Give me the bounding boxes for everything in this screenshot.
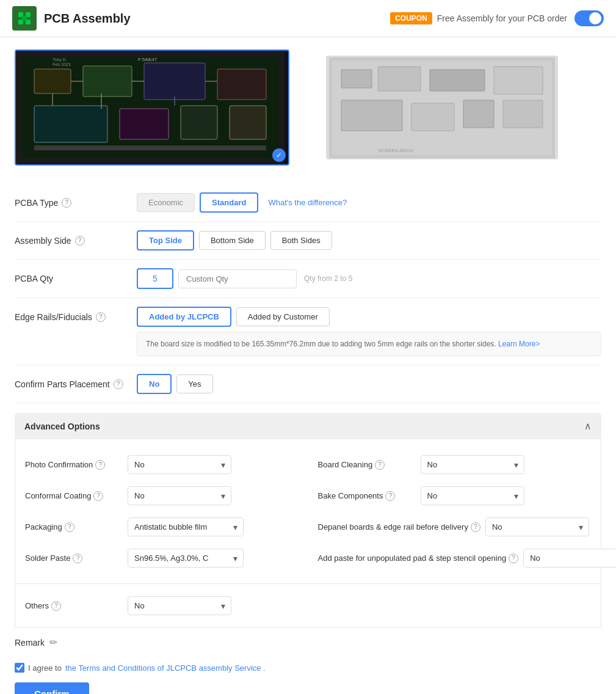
board-cleaning-select-wrapper: No Yes bbox=[421, 455, 524, 474]
edge-rails-label: Edge Rails/Fiducials ? bbox=[15, 312, 137, 322]
depanel-row: Depanel boards & edge rail before delive… bbox=[318, 511, 592, 542]
page: PCB Assembly COUPON Free Assembly for yo… bbox=[0, 0, 616, 694]
svg-rect-12 bbox=[34, 106, 107, 142]
promo-toggle[interactable] bbox=[574, 10, 604, 26]
pcba-qty-label: PCBA Qty bbox=[15, 274, 137, 283]
svg-rect-15 bbox=[230, 106, 266, 139]
pcba-type-standard[interactable]: Standard bbox=[200, 192, 258, 213]
pcba-type-diff-link[interactable]: What's the difference? bbox=[268, 198, 347, 207]
app-title: PCB Assembly bbox=[44, 12, 390, 26]
confirm-parts-no[interactable]: No bbox=[137, 374, 172, 394]
conformal-coating-help[interactable]: ? bbox=[93, 491, 103, 501]
svg-rect-8 bbox=[34, 69, 71, 93]
svg-rect-34 bbox=[463, 100, 494, 128]
depanel-help[interactable]: ? bbox=[471, 522, 480, 532]
conformal-coating-select[interactable]: No Yes bbox=[128, 486, 231, 505]
depanel-select[interactable]: No Yes bbox=[485, 517, 589, 536]
conformal-coating-label: Conformal Coating ? bbox=[25, 491, 123, 501]
svg-text:Toby D.: Toby D. bbox=[53, 57, 67, 62]
svg-rect-35 bbox=[503, 100, 543, 128]
pcba-qty-row: PCBA Qty 5 Qty from 2 to 5 bbox=[15, 260, 601, 298]
photo-confirmation-label: Photo Confirmation ? bbox=[25, 460, 123, 470]
terms-link[interactable]: the Terms and Conditions of JLCPCB assem… bbox=[65, 663, 266, 673]
others-label: Others ? bbox=[25, 601, 123, 611]
svg-rect-30 bbox=[430, 70, 485, 91]
edge-rails-help[interactable]: ? bbox=[96, 312, 106, 322]
solder-paste-select[interactable]: Sn96.5%, Ag3.0%, C bbox=[128, 549, 244, 568]
depanel-select-wrapper: No Yes bbox=[485, 517, 589, 536]
advanced-collapse-icon: ∧ bbox=[584, 420, 592, 432]
edge-rails-info: The board size is modified to be 165.35m… bbox=[137, 332, 601, 356]
bake-components-select-wrapper: No Yes bbox=[421, 486, 524, 505]
remark-edit-icon[interactable]: ✏ bbox=[49, 637, 57, 648]
svg-rect-13 bbox=[120, 109, 168, 139]
advanced-right-col: Board Cleaning ? No Yes Bake Compon bbox=[308, 449, 592, 574]
assembly-side-row: Assembly Side ? Top Side Bottom Side Bot… bbox=[15, 222, 601, 260]
edge-rails-learn-more[interactable]: Learn More> bbox=[498, 340, 540, 348]
assembly-bottom-side[interactable]: Bottom Side bbox=[199, 231, 266, 250]
advanced-left-col: Photo Confirmation ? No Yes Conform bbox=[25, 449, 308, 574]
assembly-side-label: Assembly Side ? bbox=[15, 236, 137, 246]
solder-paste-help[interactable]: ? bbox=[73, 553, 82, 563]
packaging-select-wrapper: Antistatic bubble film bbox=[128, 517, 244, 536]
edge-rails-controls: Added by JLCPCB Added by Customer bbox=[137, 307, 330, 327]
others-select[interactable]: No Yes bbox=[128, 596, 231, 615]
others-row: Others ? No Yes bbox=[25, 590, 591, 621]
add-paste-label: Add paste for unpopulated pad & step ste… bbox=[318, 553, 519, 563]
photo-confirmation-select-wrapper: No Yes bbox=[128, 455, 231, 474]
pcba-qty-input[interactable]: 5 bbox=[137, 268, 173, 289]
depanel-label: Depanel boards & edge rail before delive… bbox=[318, 522, 480, 532]
edge-rails-jlcpcb[interactable]: Added by JLCPCB bbox=[137, 307, 231, 327]
pcb-top-container: Toby D. Feb 2023 F:5AE47 ✓ Assemble top … bbox=[15, 49, 289, 166]
main-content: Toby D. Feb 2023 F:5AE47 ✓ Assemble top … bbox=[0, 37, 616, 694]
bake-components-select[interactable]: No Yes bbox=[421, 486, 524, 505]
add-paste-select[interactable]: No Yes bbox=[523, 549, 616, 568]
svg-rect-10 bbox=[144, 63, 205, 100]
confirm-parts-label: Confirm Parts Placement ? bbox=[15, 379, 137, 389]
edge-rails-row: Edge Rails/Fiducials ? Added by JLCPCB A… bbox=[15, 298, 601, 365]
packaging-help[interactable]: ? bbox=[65, 522, 74, 532]
board-cleaning-row: Board Cleaning ? No Yes bbox=[318, 449, 592, 480]
pcba-type-controls: Economic Standard What's the difference? bbox=[137, 192, 347, 213]
svg-rect-32 bbox=[341, 100, 402, 131]
photo-confirmation-select[interactable]: No Yes bbox=[128, 455, 231, 474]
promo-text: Free Assembly for your PCB order bbox=[437, 13, 567, 23]
pcba-type-economic[interactable]: Economic bbox=[137, 193, 195, 212]
pcb-top-image[interactable]: Toby D. Feb 2023 F:5AE47 ✓ bbox=[15, 49, 289, 166]
terms-checkbox[interactable] bbox=[15, 663, 24, 673]
pcba-qty-hint: Qty from 2 to 5 bbox=[304, 274, 352, 283]
svg-text:F:5AE47: F:5AE47 bbox=[138, 57, 158, 62]
confirm-parts-row: Confirm Parts Placement ? No Yes bbox=[15, 365, 601, 403]
form-section: PCBA Type ? Economic Standard What's the… bbox=[15, 184, 601, 403]
board-cleaning-select[interactable]: No Yes bbox=[421, 455, 524, 474]
top-selected-check: ✓ bbox=[272, 148, 286, 162]
confirm-parts-yes[interactable]: Yes bbox=[176, 374, 212, 393]
packaging-select[interactable]: Antistatic bubble film bbox=[128, 517, 244, 536]
terms-row: I agree to the Terms and Conditions of J… bbox=[15, 657, 601, 679]
solder-paste-select-wrapper: Sn96.5%, Ag3.0%, C bbox=[128, 549, 244, 568]
add-paste-help[interactable]: ? bbox=[509, 553, 518, 563]
board-cleaning-label: Board Cleaning ? bbox=[318, 460, 416, 470]
photo-confirmation-help[interactable]: ? bbox=[95, 460, 105, 470]
edge-rails-customer[interactable]: Added by Customer bbox=[236, 307, 330, 326]
confirm-parts-help[interactable]: ? bbox=[114, 379, 123, 389]
pcba-qty-custom[interactable] bbox=[178, 269, 297, 288]
coupon-badge: COUPON bbox=[390, 12, 432, 24]
assembly-both-sides[interactable]: Both Sides bbox=[270, 231, 332, 250]
bake-components-row: Bake Components ? No Yes bbox=[318, 480, 592, 511]
others-help[interactable]: ? bbox=[51, 601, 61, 611]
bake-components-help[interactable]: ? bbox=[385, 491, 395, 501]
pcba-type-help[interactable]: ? bbox=[62, 198, 71, 208]
advanced-title: Advanced Options bbox=[24, 422, 100, 431]
photo-confirmation-row: Photo Confirmation ? No Yes bbox=[25, 449, 299, 480]
svg-rect-14 bbox=[181, 106, 217, 139]
board-cleaning-help[interactable]: ? bbox=[375, 460, 385, 470]
pcb-bottom-container: SCREEN ARCH Assemble bottom side bbox=[326, 56, 558, 159]
svg-text:SCREEN ARCH: SCREEN ARCH bbox=[378, 148, 413, 153]
pcb-bottom-image[interactable]: SCREEN ARCH bbox=[326, 56, 558, 159]
assembly-top-side[interactable]: Top Side bbox=[137, 230, 194, 250]
assembly-side-help[interactable]: ? bbox=[75, 236, 85, 246]
pcba-type-label: PCBA Type ? bbox=[15, 198, 137, 208]
confirm-button[interactable]: Confirm bbox=[15, 682, 89, 694]
advanced-header[interactable]: Advanced Options ∧ bbox=[15, 413, 601, 439]
